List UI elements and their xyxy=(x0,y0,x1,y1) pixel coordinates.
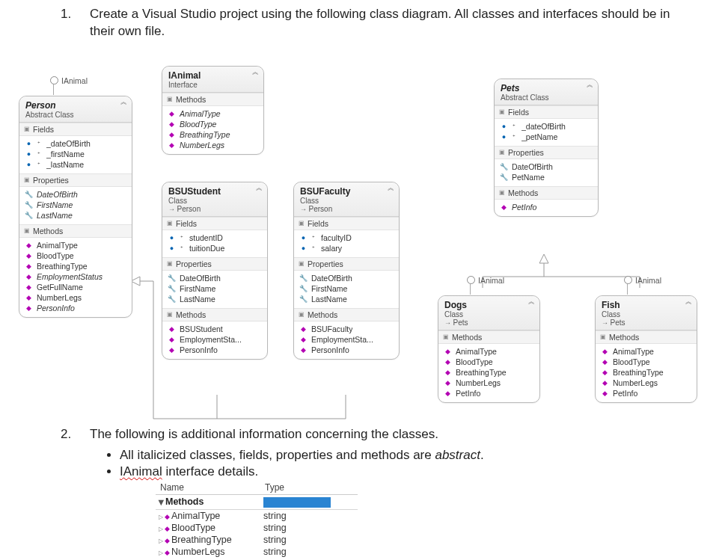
member-row[interactable]: ◆PersonInfo xyxy=(24,303,127,313)
table-row[interactable]: ▷◆NumberLegs string xyxy=(156,546,358,558)
member-row[interactable]: 🔧DateOfBirth xyxy=(167,273,263,283)
member-row[interactable]: ◆BSUStudent xyxy=(167,324,263,334)
member-row[interactable]: ◆PetInfo xyxy=(443,388,535,399)
bullet-abstract: All italicized classes, fields, properti… xyxy=(120,448,698,463)
member-row[interactable]: 🔧LastName xyxy=(167,294,263,304)
member-row[interactable]: ◆AnimalType xyxy=(24,240,127,250)
member-row[interactable]: ●⁺_dateOfBirth xyxy=(24,138,127,149)
member-row[interactable]: ◆NumberLegs xyxy=(167,140,259,150)
member-row[interactable]: ◆EmploymentSta... xyxy=(299,334,394,345)
chevron-up-icon[interactable]: ︽ xyxy=(256,185,263,191)
chevron-up-icon[interactable]: ︽ xyxy=(120,99,127,105)
class-pets[interactable]: Pets Abstract Class ︽ ▣Fields●⁺_dateOfBi… xyxy=(494,79,599,217)
section-header[interactable]: ▣Methods xyxy=(495,186,598,200)
section-header[interactable]: ▣Fields xyxy=(294,217,399,230)
member-row[interactable]: 🔧FirstName xyxy=(24,200,127,210)
section-header[interactable]: ▣Properties xyxy=(162,257,267,271)
member-row[interactable]: ◆BreathingType xyxy=(24,261,127,271)
member-row[interactable]: ●⁺tuitionDue xyxy=(167,243,263,253)
section-header[interactable]: ▣Fields xyxy=(495,105,598,119)
method-icon: ◆ xyxy=(600,378,610,387)
section-header[interactable]: ▣Properties xyxy=(19,173,132,187)
section-header[interactable]: ▣Fields xyxy=(162,217,267,230)
section-header[interactable]: ▣Methods xyxy=(294,308,399,321)
member-row[interactable]: ●⁺_firstName xyxy=(24,149,127,159)
lock-icon: ⁺ xyxy=(509,122,519,130)
member-row[interactable]: ◆AnimalType xyxy=(443,346,535,357)
member-row[interactable]: ◆EmploymentStatus xyxy=(24,271,127,282)
member-row[interactable]: ◆BreathingType xyxy=(167,129,259,140)
section-header[interactable]: ▣Methods xyxy=(438,330,539,344)
member-row[interactable]: ●⁺salary xyxy=(299,243,394,253)
member-name: PetName xyxy=(512,173,545,182)
section-header[interactable]: ▣Methods xyxy=(162,308,267,321)
col-name: Name xyxy=(156,481,260,495)
member-name: BreathingType xyxy=(456,368,507,377)
chevron-up-icon[interactable]: ︽ xyxy=(252,70,259,75)
selected-cell[interactable] xyxy=(263,497,331,508)
section-header[interactable]: ▣Properties xyxy=(294,257,399,271)
member-row[interactable]: ◆PersonInfo xyxy=(299,345,394,355)
section-header[interactable]: ▣Methods xyxy=(19,224,132,238)
class-bsufaculty[interactable]: BSUFaculty Class Person ︽ ▣Fields●⁺facul… xyxy=(293,182,400,360)
chevron-up-icon[interactable]: ︽ xyxy=(528,299,535,304)
member-row[interactable]: ◆EmploymentSta... xyxy=(167,334,263,345)
member-row[interactable]: ●⁺studentID xyxy=(167,233,263,243)
member-row[interactable]: ●⁺_petName xyxy=(499,132,593,142)
member-row[interactable]: ◆BloodType xyxy=(443,357,535,367)
class-inherit: Pets xyxy=(444,319,533,327)
member-row[interactable]: ◆BreathingType xyxy=(443,367,535,378)
section-header[interactable]: ▣Methods xyxy=(162,93,263,106)
member-row[interactable]: ◆BloodType xyxy=(24,250,127,261)
member-row[interactable]: ◆BloodType xyxy=(600,357,692,367)
group-row[interactable]: ▶Methods xyxy=(156,494,358,509)
member-row[interactable]: 🔧DateOfBirth xyxy=(24,189,127,200)
table-row[interactable]: ▷◆AnimalType string xyxy=(156,509,358,522)
member-row[interactable]: ◆PetInfo xyxy=(499,202,593,212)
member-row[interactable]: ●⁺_lastName xyxy=(24,159,127,170)
class-inherit: Pets xyxy=(602,319,691,327)
member-row[interactable]: ◆BSUFaculty xyxy=(299,324,394,334)
member-row[interactable]: ◆NumberLegs xyxy=(443,378,535,388)
table-row[interactable]: ▷◆BloodType string xyxy=(156,522,358,534)
chevron-up-icon[interactable]: ︽ xyxy=(388,185,394,191)
property-icon: 🔧 xyxy=(24,211,34,219)
class-ianimal[interactable]: IAnimal Interface ︽ ▣Methods◆AnimalType◆… xyxy=(162,66,264,155)
section-header[interactable]: ▣Methods xyxy=(596,330,697,344)
member-row[interactable]: ◆AnimalType xyxy=(600,346,692,357)
table-row[interactable]: ▷◆BreathingType string xyxy=(156,534,358,546)
member-row[interactable]: 🔧FirstName xyxy=(299,283,394,294)
member-row[interactable]: ◆BloodType xyxy=(167,119,259,129)
method-icon: ◆ xyxy=(167,335,177,343)
collapse-icon: ▣ xyxy=(167,96,173,102)
member-row[interactable]: ◆BreathingType xyxy=(600,367,692,378)
triangle-right-icon: ▷ xyxy=(159,550,163,556)
member-row[interactable]: 🔧LastName xyxy=(24,210,127,221)
chevron-up-icon[interactable]: ︽ xyxy=(685,299,692,304)
member-row[interactable]: ◆GetFullName xyxy=(24,282,127,292)
field-icon: ● xyxy=(299,244,308,252)
class-inherit: Person xyxy=(168,205,261,213)
member-row[interactable]: ◆NumberLegs xyxy=(600,378,692,388)
member-row[interactable]: ◆AnimalType xyxy=(167,108,259,119)
member-row[interactable]: ◆PersonInfo xyxy=(167,345,263,355)
section-header[interactable]: ▣Fields xyxy=(19,123,132,136)
member-row[interactable]: 🔧PetName xyxy=(499,172,593,182)
chevron-up-icon[interactable]: ︽ xyxy=(587,82,593,87)
member-row[interactable]: 🔧LastName xyxy=(299,294,394,304)
class-bsustudent[interactable]: BSUStudent Class Person ︽ ▣Fields●⁺stude… xyxy=(162,182,268,360)
lock-icon: ⁺ xyxy=(34,150,43,158)
member-row[interactable]: ●⁺facultyID xyxy=(299,233,394,243)
member-row[interactable]: ◆NumberLegs xyxy=(24,292,127,303)
class-fish[interactable]: Fish Class Pets ︽ ▣Methods◆AnimalType◆Bl… xyxy=(595,295,697,403)
class-person[interactable]: Person Abstract Class ︽ ▣Fields●⁺_dateOf… xyxy=(19,96,132,318)
member-row[interactable]: 🔧DateOfBirth xyxy=(499,161,593,172)
method-icon: ◆ xyxy=(167,324,177,333)
member-name: AnimalType xyxy=(613,347,654,356)
member-row[interactable]: ●⁺_dateOfBirth xyxy=(499,121,593,132)
member-row[interactable]: 🔧DateOfBirth xyxy=(299,273,394,283)
class-dogs[interactable]: Dogs Class Pets ︽ ▣Methods◆AnimalType◆Bl… xyxy=(438,295,540,403)
member-row[interactable]: 🔧FirstName xyxy=(167,283,263,294)
member-row[interactable]: ◆PetInfo xyxy=(600,388,692,399)
section-header[interactable]: ▣Properties xyxy=(495,146,598,159)
